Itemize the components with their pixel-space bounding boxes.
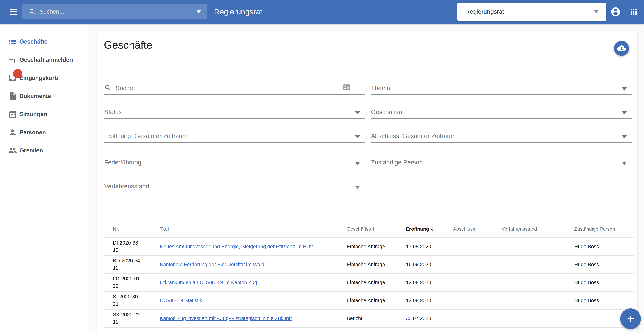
filter-zustaendige-person[interactable]: Zuständige Person — [371, 157, 632, 169]
filter-label: Geschäftsart — [371, 109, 406, 116]
search-icon — [104, 84, 112, 92]
chevron-down-icon — [622, 162, 627, 165]
column-header-titel[interactable]: Titel — [160, 226, 347, 232]
column-header-geschaeftsart[interactable]: Geschäftsart — [347, 226, 406, 232]
sidebar-item-label: Gremien — [20, 147, 43, 154]
content-card: Geschäfte Thema Status Ges — [97, 32, 638, 333]
cell-eroeffnung: 12.08.2020 — [406, 280, 453, 285]
geschaeft-title-link[interactable]: Kanton Zug investiert mit «Zug+» strateg… — [160, 315, 292, 321]
chevron-down-icon — [622, 111, 627, 115]
table-row: BD-2020-54-11 Kantonale Förderung der Bi… — [104, 256, 634, 274]
sidebar-item-label: Geschäft anmelden — [20, 57, 73, 63]
account-icon[interactable] — [610, 7, 621, 17]
playlist-add-icon — [8, 55, 17, 64]
top-app-bar: Regierungsrat Regierungsrat — [0, 0, 644, 24]
sidebar-item-label: Sitzungen — [20, 111, 47, 118]
sidebar-item-eingangskorb[interactable]: 1 Eingangskorb — [0, 69, 88, 87]
cell-zustaendige-person: Hugo Boss — [574, 298, 634, 303]
inbox-count-badge: 1 — [13, 69, 22, 78]
filter-suche[interactable] — [104, 82, 365, 95]
add-geschaeft-button[interactable] — [620, 308, 641, 329]
filter-thema[interactable]: Thema — [371, 82, 632, 95]
filter-verfahrensstand[interactable]: Verfahrensstand — [104, 181, 365, 193]
app-title: Regierungsrat — [214, 0, 262, 24]
filter-suche-input[interactable] — [116, 85, 342, 92]
column-header-label: Eröffnung — [406, 226, 429, 232]
table-header-row: Nr. Titel Geschäftsart Eröffnung Abschlu… — [104, 221, 634, 238]
export-download-button[interactable] — [614, 41, 629, 56]
geschaeft-title-link[interactable]: Erkrankungen an COVID-19 im Kanton Zug — [160, 280, 257, 285]
sidebar-item-dokumente[interactable]: Dokumente — [0, 87, 88, 105]
sidebar-item-geschaeft-anmelden[interactable]: Geschäft anmelden — [0, 51, 88, 69]
cell-nr: FD-2020-01-22 — [113, 275, 144, 290]
chevron-down-icon — [355, 135, 360, 138]
cell-zustaendige-person: Hugo Boss — [574, 244, 634, 250]
chevron-down-icon — [622, 87, 627, 91]
column-header-eroeffnung-sorted[interactable]: Eröffnung — [406, 226, 453, 232]
cell-nr: SK-2020-22-11 — [113, 311, 144, 326]
column-header-abschluss[interactable]: Abschluss — [453, 226, 502, 232]
cell-zustaendige-person: Hugo Boss — [574, 280, 634, 285]
filter-federfuehrung[interactable]: Federführung — [104, 157, 365, 169]
column-header-nr[interactable]: Nr. — [113, 226, 160, 232]
geschaeft-title-link[interactable]: Neues Amt für Wasser und Energie, Steige… — [160, 244, 313, 249]
sort-desc-arrow-icon — [430, 227, 436, 232]
cell-geschaeftsart: Einfache Anfrage — [347, 262, 406, 267]
filter-label: Abschluss: Gesamter Zeitraum — [371, 132, 456, 140]
contact-card-icon[interactable] — [342, 83, 351, 91]
sidebar-item-geschaefte[interactable]: Geschäfte — [0, 33, 88, 51]
sidebar-item-gremien[interactable]: Gremien — [0, 141, 88, 160]
column-header-zustaendige-person[interactable]: Zuständige Person — [574, 226, 634, 232]
geschaeft-title-link[interactable]: COVID-19 Statistik — [160, 298, 202, 303]
filter-label: Status — [104, 109, 122, 116]
chevron-down-icon — [622, 135, 627, 138]
search-icon — [29, 8, 36, 15]
list-icon — [8, 37, 17, 46]
sidebar-item-personen[interactable]: Personen — [0, 123, 88, 141]
cell-geschaeftsart: Einfache Anfrage — [347, 244, 406, 250]
page-title: Geschäfte — [104, 39, 152, 51]
inbox-icon: 1 — [8, 74, 17, 83]
cell-nr: SI-2020-30-21 — [113, 293, 144, 308]
cell-geschaeftsart: Einfache Anfrage — [347, 280, 406, 285]
cell-eroeffnung: 16.09.2020 — [406, 262, 453, 267]
calendar-icon — [8, 110, 17, 119]
cell-geschaeftsart: Bericht — [347, 315, 406, 321]
cell-geschaeftsart: Einfache Anfrage — [347, 298, 406, 303]
filter-abschluss[interactable]: Abschluss: Gesamter Zeitraum — [371, 130, 632, 143]
sidebar-item-sitzungen[interactable]: Sitzungen — [0, 105, 88, 123]
chevron-down-icon — [594, 10, 598, 13]
table-row: FD-2020-01-22 Erkrankungen an COVID-19 i… — [104, 274, 634, 292]
cell-eroeffnung: 30.07.2020 — [406, 315, 453, 321]
tenant-select[interactable]: Regierungsrat — [458, 3, 606, 21]
filter-geschaeftsart[interactable]: Geschäftsart — [371, 106, 632, 119]
apps-grid-icon[interactable] — [629, 8, 638, 17]
table-row: SI-2020-30-21 COVID-19 Statistik Einfach… — [104, 292, 634, 310]
cell-zustaendige-person: Hugo Boss — [574, 262, 634, 267]
menu-icon[interactable] — [9, 7, 18, 16]
filter-eroeffnung[interactable]: Eröffnung: Gesamter Zeitraum — [104, 130, 365, 143]
cell-eroeffnung: 17.09.2020 — [406, 244, 453, 250]
column-header-verfahrensstand[interactable]: Verfahrensstand — [502, 226, 574, 232]
cell-nr: DI-2020-33-12 — [113, 239, 144, 254]
search-scope-caret-icon[interactable] — [196, 11, 201, 13]
filter-label: Zuständige Person — [371, 159, 423, 166]
chevron-down-icon — [355, 186, 360, 189]
sidebar-item-label: Dokumente — [20, 93, 51, 100]
filter-status[interactable]: Status — [104, 106, 365, 119]
plus-icon — [625, 313, 636, 324]
table-body: DI-2020-33-12 Neues Amt für Wasser und E… — [104, 238, 634, 327]
cell-nr: BD-2020-54-11 — [113, 257, 144, 272]
sidebar-item-label: Geschäfte — [20, 38, 48, 45]
chevron-down-icon — [355, 111, 360, 115]
sidebar-item-label: Personen — [20, 129, 46, 136]
filter-label: Eröffnung: Gesamter Zeitraum — [104, 132, 188, 140]
cloud-download-icon — [617, 44, 626, 53]
document-icon — [8, 92, 17, 101]
global-search-input[interactable] — [40, 9, 196, 15]
cell-eroeffnung: 12.08.2020 — [406, 298, 453, 303]
person-icon — [8, 128, 17, 137]
tenant-select-value: Regierungsrat — [465, 8, 504, 15]
geschaeft-title-link[interactable]: Kantonale Förderung der Biodiversität im… — [160, 262, 264, 267]
global-search[interactable] — [22, 4, 208, 20]
